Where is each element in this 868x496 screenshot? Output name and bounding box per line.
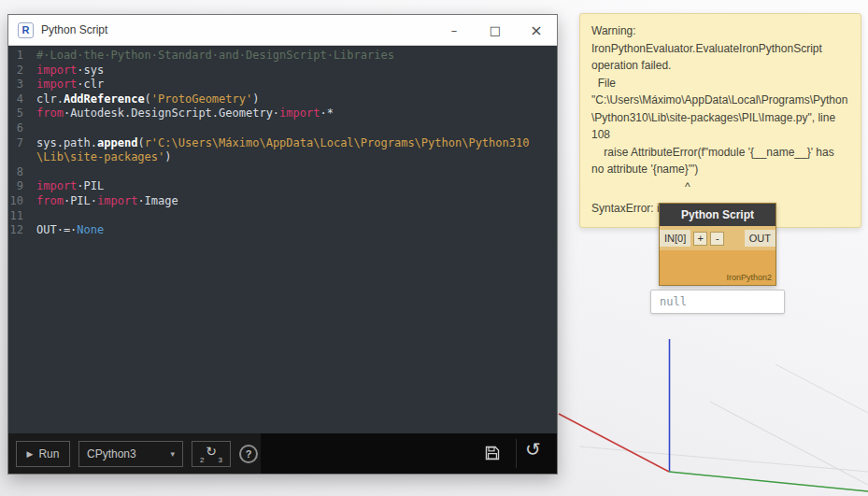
line-number: 2 — [8, 64, 29, 78]
code-line: 1#·Load·the·Python·Standard·and·DesignSc… — [8, 49, 557, 64]
revert-icon[interactable]: ↺ — [525, 440, 541, 459]
code-line: 9import·PIL — [8, 179, 557, 194]
toolbar-divider — [516, 439, 517, 468]
warning-text: Warning:IronPythonEvaluator.EvaluateIron… — [591, 22, 849, 218]
output-port[interactable]: OUT — [745, 230, 776, 247]
line-number: 9 — [8, 179, 29, 194]
run-label: Run — [38, 447, 59, 461]
warning-line: Warning: — [591, 22, 849, 40]
line-number: 12 — [8, 223, 29, 238]
window-titlebar[interactable]: R Python Script – □ × — [8, 15, 557, 46]
warning-line: raise AttributeError(f"module '{__name__… — [591, 144, 849, 178]
code-line: 12OUT·=·None — [8, 223, 557, 238]
chevron-down-icon: ▾ — [170, 449, 175, 459]
editor-toolbar: ▶ Run CPython3 ▾ ↻ 2 3 ? ↺ — [8, 433, 557, 474]
migrate-to-label: 3 — [219, 456, 222, 464]
code-line: 3import·clr — [8, 78, 557, 92]
help-icon[interactable]: ? — [239, 445, 258, 463]
warning-line: ^ — [591, 178, 849, 196]
python-editor-window: R Python Script – □ × 1#·Load·the·Python… — [7, 14, 558, 475]
line-number: 7 — [8, 136, 29, 165]
input-port[interactable]: IN[0] — [660, 230, 690, 247]
x-axis — [559, 414, 669, 472]
line-number: 11 — [8, 209, 29, 224]
engine-value: CPython3 — [87, 447, 136, 461]
migrate-icon: ↻ — [206, 445, 217, 458]
remove-input-button[interactable]: - — [710, 232, 724, 246]
code-line: 5from·Autodesk.DesignScript.Geometry·imp… — [8, 106, 557, 121]
line-number: 1 — [8, 49, 29, 64]
warning-line: File "C:\Users\Máximo\AppData\Local\Prog… — [591, 75, 849, 144]
code-line: 6 — [8, 121, 557, 136]
line-number: 6 — [8, 121, 29, 136]
python-script-node[interactable]: Python Script IN[0] + - OUT IronPython2 — [659, 203, 776, 286]
code-line: 2import·sys — [8, 64, 557, 78]
warning-line: IronPythonEvaluator.EvaluateIronPythonSc… — [591, 40, 849, 75]
code-line: 11 — [8, 209, 557, 224]
warning-tooltip: Warning:IronPythonEvaluator.EvaluateIron… — [579, 13, 861, 228]
y-axis — [669, 472, 868, 491]
line-number: 8 — [8, 165, 29, 180]
maximize-button[interactable]: □ — [475, 15, 516, 45]
migrate-2to3-button[interactable]: ↻ 2 3 — [192, 441, 231, 467]
output-preview[interactable]: null — [650, 290, 785, 314]
node-title[interactable]: Python Script — [660, 204, 776, 226]
line-number: 5 — [8, 106, 29, 121]
node-body — [660, 250, 776, 273]
line-number: 3 — [8, 78, 29, 92]
save-icon[interactable] — [484, 445, 501, 461]
line-number: 4 — [8, 92, 29, 107]
play-icon: ▶ — [27, 449, 34, 459]
code-line: 8 — [8, 165, 557, 180]
code-editor[interactable]: 1#·Load·the·Python·Standard·and·DesignSc… — [8, 46, 557, 433]
engine-dropdown[interactable]: CPython3 ▾ — [78, 441, 183, 467]
code-line: 7sys.path.append(r'C:\Users\Máximo\AppDa… — [8, 136, 557, 165]
app-icon: R — [18, 22, 34, 38]
line-number: 10 — [8, 194, 29, 209]
code-line: 10from·PIL·import·Image — [8, 194, 557, 209]
node-ports-row: IN[0] + - OUT — [660, 226, 776, 250]
run-button[interactable]: ▶ Run — [16, 441, 70, 467]
window-title: Python Script — [41, 23, 434, 36]
status-strip — [261, 433, 557, 474]
engine-label: IronPython2 — [660, 273, 776, 285]
minimize-button[interactable]: – — [434, 15, 475, 45]
migrate-from-label: 2 — [200, 456, 204, 464]
code-line: 4clr.AddReference('ProtoGeometry') — [8, 92, 557, 107]
close-button[interactable]: × — [516, 15, 557, 45]
add-input-button[interactable]: + — [693, 232, 707, 246]
